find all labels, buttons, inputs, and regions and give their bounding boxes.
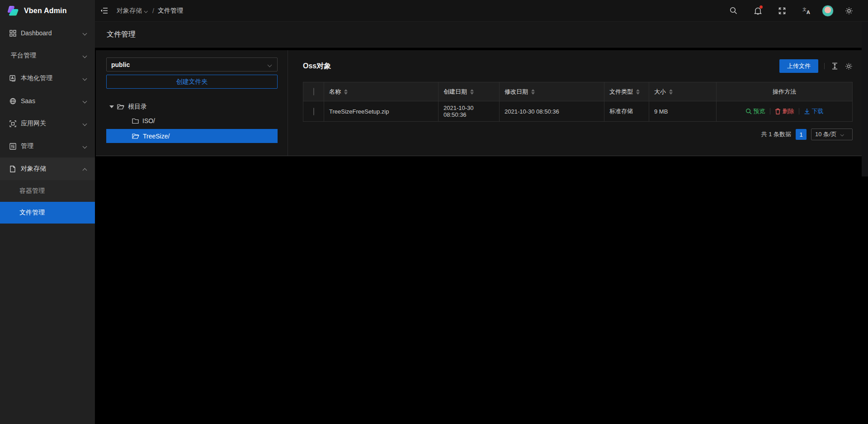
preview-label: 预览 — [754, 107, 765, 115]
column-header-modified[interactable]: 修改日期 — [505, 88, 599, 96]
logo-row[interactable]: Vben Admin — [0, 0, 95, 22]
sidebar-item-gateway[interactable]: 应用网关 — [0, 112, 95, 135]
sidebar-subitem-label: 文件管理 — [19, 209, 45, 217]
localization-icon — [9, 75, 16, 82]
folder-open-icon — [117, 104, 124, 110]
table-row[interactable]: TreeSizeFreeSetup.zip 2021-10-30 08:50:3… — [303, 101, 853, 122]
breadcrumb-parent[interactable]: 对象存储 — [117, 7, 149, 15]
column-header-size[interactable]: 大小 — [654, 88, 711, 96]
sidebar-subitem-file-manage[interactable]: 文件管理 — [0, 202, 95, 224]
sidebar-item-label: 对象存储 — [21, 165, 83, 173]
folder-open-icon — [132, 133, 139, 139]
column-height-icon[interactable] — [830, 62, 839, 70]
oss-panel: Oss对象 上传文件 — [288, 50, 862, 156]
tree-node-iso[interactable]: ISO/ — [106, 115, 278, 127]
fullscreen-icon[interactable] — [773, 0, 791, 22]
row-checkbox[interactable] — [313, 108, 314, 115]
create-folder-button[interactable]: 创建文件夹 — [106, 75, 278, 89]
chevron-down-icon — [268, 62, 273, 67]
chevron-down-icon — [83, 53, 88, 58]
sidebar-item-label: Dashboard — [21, 29, 83, 37]
tree-node-root[interactable]: 根目录 — [106, 101, 278, 113]
tree-node-label: TreeSize/ — [143, 133, 170, 140]
download-action[interactable]: 下载 — [804, 107, 824, 115]
gateway-icon — [9, 120, 16, 127]
tree-node-label: ISO/ — [142, 117, 155, 124]
sidebar-item-saas[interactable]: Saas — [0, 90, 95, 112]
tree-expand-caret-icon[interactable] — [106, 105, 117, 108]
preview-action[interactable]: 预览 — [745, 107, 765, 115]
sort-icon[interactable] — [669, 89, 673, 95]
pagination-page-1[interactable]: 1 — [796, 129, 807, 140]
column-header-name[interactable]: 名称 — [329, 88, 433, 96]
user-avatar[interactable] — [822, 5, 834, 17]
table-settings-gear-icon[interactable] — [844, 62, 853, 70]
chevron-down-icon — [83, 31, 88, 35]
chevron-down-icon — [841, 133, 844, 136]
page-title: 文件管理 — [107, 30, 136, 39]
sidebar-item-label: 本地化管理 — [21, 74, 83, 82]
manage-icon — [9, 143, 16, 150]
sidebar-item-object-storage[interactable]: 对象存储 — [0, 157, 95, 180]
sidebar-item-manage[interactable]: 管理 — [0, 135, 95, 157]
page-size-select[interactable]: 10 条/页 — [811, 129, 853, 140]
sidebar-item-label: 平台管理 — [11, 52, 83, 60]
chevron-down-icon — [83, 121, 88, 126]
notification-badge — [760, 5, 763, 9]
header-actions: 文 A — [724, 0, 868, 22]
action-divider — [799, 108, 799, 114]
svg-text:文: 文 — [802, 7, 807, 12]
cell-file-name: TreeSizeFreeSetup.zip — [324, 101, 439, 122]
sort-icon[interactable] — [344, 89, 348, 95]
column-header-created[interactable]: 创建日期 — [443, 88, 494, 96]
translate-icon[interactable]: 文 A — [797, 0, 816, 22]
app-title: Vben Admin — [24, 7, 67, 15]
notification-bell-icon[interactable] — [749, 0, 767, 22]
upload-file-button[interactable]: 上传文件 — [779, 59, 818, 73]
chevron-down-icon — [83, 99, 88, 103]
sort-icon[interactable] — [531, 89, 535, 95]
sort-icon[interactable] — [470, 89, 474, 95]
sort-icon[interactable] — [636, 89, 640, 95]
oss-table: 名称 创建日期 修改日期 文件类型 大小 操作方法 — [303, 82, 853, 122]
saas-icon — [9, 97, 16, 105]
sidebar-item-platform[interactable]: 平台管理 — [0, 44, 95, 67]
column-header-filetype[interactable]: 文件类型 — [609, 88, 644, 96]
folder-tree: 根目录 ISO/ TreeSize/ — [106, 101, 278, 143]
action-divider — [770, 108, 770, 114]
bucket-select[interactable]: public — [106, 57, 278, 71]
pagination: 共 1 条数据 1 10 条/页 — [303, 129, 853, 140]
sidebar: Vben Admin Dashboard 平台管理 本地化管理 — [0, 0, 95, 424]
sidebar-item-label: 管理 — [21, 142, 83, 150]
delete-action[interactable]: 删除 — [775, 107, 794, 115]
storage-icon — [9, 165, 16, 172]
breadcrumb-current: 文件管理 — [158, 7, 183, 15]
column-header-actions: 操作方法 — [717, 82, 853, 101]
svg-text:A: A — [807, 10, 810, 14]
chevron-up-icon — [83, 167, 88, 171]
sidebar-item-dashboard[interactable]: Dashboard — [0, 22, 95, 44]
cell-created-date: 2021-10-30 08:50:36 — [439, 101, 500, 122]
sidebar-item-localization[interactable]: 本地化管理 — [0, 67, 95, 90]
tree-node-treesize[interactable]: TreeSize/ — [106, 129, 278, 143]
chevron-down-icon — [145, 9, 149, 13]
top-header: 对象存储 / 文件管理 文 A — [95, 0, 868, 22]
sidebar-item-label: Saas — [21, 97, 83, 105]
sidebar-subitem-container-manage[interactable]: 容器管理 — [0, 180, 95, 202]
sidebar-fold-button[interactable] — [95, 0, 113, 22]
oss-title: Oss对象 — [303, 62, 331, 71]
select-all-checkbox[interactable] — [313, 88, 314, 95]
folder-tree-panel: public 创建文件夹 根目录 ISO/ — [96, 50, 288, 156]
sidebar-subitem-label: 容器管理 — [19, 187, 45, 195]
scrollbar-track[interactable] — [862, 22, 868, 176]
vben-logo-icon — [6, 4, 20, 18]
toolbar-divider — [824, 63, 825, 69]
gear-icon[interactable] — [840, 0, 858, 22]
search-icon[interactable] — [724, 0, 742, 22]
oss-toolbar: Oss对象 上传文件 — [303, 50, 853, 82]
download-label: 下载 — [812, 107, 824, 115]
pagination-total: 共 1 条数据 — [761, 130, 791, 138]
folder-icon — [132, 118, 139, 124]
sidebar-item-label: 应用网关 — [21, 119, 83, 128]
breadcrumb-separator: / — [152, 7, 154, 14]
